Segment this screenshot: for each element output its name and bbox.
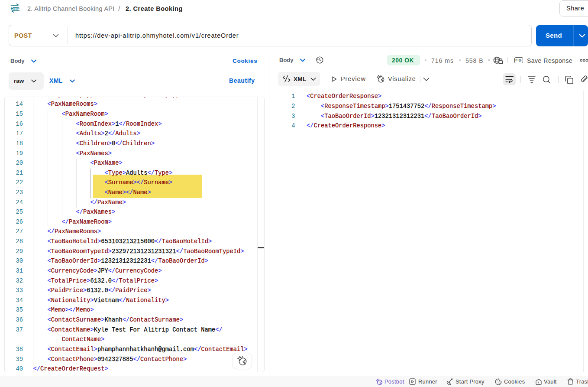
svg-text:HTTP: HTTP bbox=[11, 6, 20, 11]
